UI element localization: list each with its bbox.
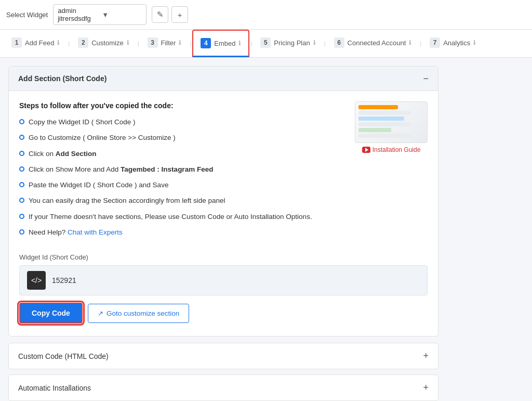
tab-filter[interactable]: 3 Filter ℹ bbox=[140, 30, 189, 57]
tab-add-feed[interactable]: 1 Add Feed ℹ bbox=[4, 30, 67, 57]
thumb-bar-blue bbox=[358, 117, 404, 121]
code-icon-box: </> bbox=[27, 271, 46, 290]
thumb-bar-light-2 bbox=[358, 122, 411, 126]
info-icon-1: ℹ bbox=[57, 39, 60, 46]
action-buttons: Copy Code ↗ Goto customize section bbox=[19, 303, 428, 324]
add-section-title: Add Section (Short Code) bbox=[18, 74, 107, 83]
step-item-2: Go to Customize ( Online Store >> Custom… bbox=[19, 133, 344, 143]
step-bullet-7 bbox=[19, 214, 24, 219]
tab-label-connected: Connected Account bbox=[348, 39, 406, 47]
tab-label-analytics: Analytics bbox=[443, 39, 470, 47]
step-text-4: Click on Show More and Add Tagembed : In… bbox=[29, 164, 213, 175]
step-bullet-4 bbox=[19, 166, 24, 172]
tab-num-4: 4 bbox=[201, 38, 211, 48]
thumb-bar-light-3 bbox=[358, 134, 411, 138]
thumb-inner bbox=[355, 102, 427, 143]
steps-with-image: Steps to follow after you've copied the … bbox=[19, 101, 428, 243]
step-item-7: If your Theme doesn't have sections, Ple… bbox=[19, 212, 344, 222]
add-section-card: Add Section (Short Code) − Steps to foll… bbox=[8, 66, 438, 337]
installation-guide: Installation Guide bbox=[355, 101, 428, 243]
youtube-icon bbox=[362, 147, 370, 153]
thumb-bar-green bbox=[358, 128, 391, 132]
step-item-4: Click on Show More and Add Tagembed : In… bbox=[19, 164, 344, 175]
widget-name: admin jitrersdsdfg bbox=[58, 7, 98, 22]
code-icon: </> bbox=[31, 276, 42, 284]
tab-label-embed: Embed bbox=[214, 40, 235, 47]
external-link-icon: ↗ bbox=[98, 309, 103, 317]
auto-install-expand-icon: + bbox=[423, 382, 429, 393]
steps-list: Steps to follow after you've copied the … bbox=[19, 101, 344, 243]
step-bullet-5 bbox=[19, 182, 24, 187]
custom-code-expand-icon: + bbox=[423, 351, 429, 361]
tab-analytics[interactable]: 7 Analytics ℹ bbox=[422, 30, 483, 57]
tab-connected-account[interactable]: 6 Connected Account ℹ bbox=[327, 30, 419, 57]
step-item-5: Paste the Widget ID ( Short Code ) and S… bbox=[19, 180, 344, 190]
chat-experts-link[interactable]: Chat with Experts bbox=[68, 228, 123, 236]
edit-widget-button[interactable]: ✎ bbox=[152, 6, 168, 23]
step-text-7: If your Theme doesn't have sections, Ple… bbox=[29, 212, 312, 222]
divider-6: | bbox=[419, 41, 422, 47]
step-bullet-6 bbox=[19, 198, 24, 203]
step-bullet-1 bbox=[19, 119, 24, 124]
tab-label-customize: Customize bbox=[91, 39, 123, 47]
tab-num-5: 5 bbox=[260, 37, 271, 48]
add-section-toggle[interactable]: − bbox=[423, 74, 429, 83]
chevron-down-icon: ▼ bbox=[102, 11, 142, 19]
installation-guide-link[interactable]: Installation Guide bbox=[362, 146, 421, 153]
auto-install-card: Automatic Installations + bbox=[8, 374, 438, 401]
auto-install-title: Automatic Installations bbox=[18, 384, 91, 392]
step-text-2: Go to Customize ( Online Store >> Custom… bbox=[29, 133, 176, 143]
tab-num-1: 1 bbox=[11, 37, 22, 48]
info-icon-4: ℹ bbox=[238, 40, 241, 47]
auto-install-header[interactable]: Automatic Installations + bbox=[9, 375, 438, 400]
widget-selector[interactable]: admin jitrersdsdfg ▼ bbox=[53, 4, 147, 25]
add-section-header: Add Section (Short Code) − bbox=[9, 67, 438, 91]
step-text-3: Click on Add Section bbox=[29, 149, 97, 159]
thumb-bar-light-1 bbox=[358, 111, 411, 115]
step-bullet-2 bbox=[19, 135, 24, 140]
step-text-8: Need Help? Chat with Experts bbox=[29, 227, 123, 238]
widget-id-section: Widget Id (Short Code) </> 152921 Copy C… bbox=[19, 253, 428, 324]
main-content: Add Section (Short Code) − Steps to foll… bbox=[0, 58, 447, 401]
tab-num-2: 2 bbox=[78, 37, 88, 48]
copy-code-button[interactable]: Copy Code bbox=[19, 303, 83, 324]
select-widget-label: Select Widget bbox=[6, 11, 48, 19]
thumb-bar-orange bbox=[358, 105, 398, 109]
tab-label-filter: Filter bbox=[161, 39, 176, 47]
custom-code-card: Custom Code (HTML Code) + bbox=[8, 343, 438, 369]
add-widget-button[interactable]: + bbox=[171, 6, 188, 23]
tab-num-3: 3 bbox=[148, 37, 158, 48]
tab-label-pricing: Pricing Plan bbox=[274, 39, 310, 47]
install-thumbnail bbox=[355, 101, 428, 143]
tab-label-add-feed: Add Feed bbox=[25, 39, 54, 47]
step-text-6: You can easily drag the Section accordin… bbox=[29, 196, 225, 206]
info-icon-7: ℹ bbox=[473, 39, 476, 46]
widget-id-box: </> 152921 bbox=[19, 265, 428, 295]
custom-code-header[interactable]: Custom Code (HTML Code) + bbox=[9, 343, 438, 369]
info-icon-6: ℹ bbox=[409, 39, 411, 46]
add-section-body: Steps to follow after you've copied the … bbox=[9, 91, 438, 336]
installation-guide-label: Installation Guide bbox=[373, 146, 421, 153]
step-text-1: Copy the Widget ID ( Short Code ) bbox=[29, 117, 136, 127]
top-bar-icons: ✎ + bbox=[152, 6, 188, 23]
goto-customize-label: Goto customize section bbox=[107, 309, 179, 317]
step-item-3: Click on Add Section bbox=[19, 149, 344, 159]
widget-id-label: Widget Id (Short Code) bbox=[19, 253, 428, 261]
goto-customize-button[interactable]: ↗ Goto customize section bbox=[88, 304, 189, 323]
top-bar: Select Widget admin jitrersdsdfg ▼ ✎ + bbox=[0, 0, 532, 30]
info-icon-2: ℹ bbox=[127, 39, 129, 46]
widget-id-value: 152921 bbox=[52, 276, 76, 284]
tab-num-6: 6 bbox=[334, 37, 344, 48]
tab-customize[interactable]: 2 Customize ℹ bbox=[71, 30, 136, 57]
tab-pricing-plan[interactable]: 5 Pricing Plan ℹ bbox=[253, 30, 323, 57]
step-bullet-8 bbox=[19, 229, 24, 235]
step-text-5: Paste the Widget ID ( Short Code ) and S… bbox=[29, 180, 168, 190]
info-icon-5: ℹ bbox=[313, 39, 316, 46]
divider-5: | bbox=[323, 41, 327, 47]
tab-num-7: 7 bbox=[430, 37, 440, 48]
step-item-6: You can easily drag the Section accordin… bbox=[19, 196, 344, 206]
step-item-1: Copy the Widget ID ( Short Code ) bbox=[19, 117, 344, 127]
steps-tabs: 1 Add Feed ℹ | 2 Customize ℹ | 3 Filter … bbox=[0, 30, 532, 58]
tab-embed[interactable]: 4 Embed ℹ bbox=[192, 30, 249, 57]
divider-1: | bbox=[67, 41, 71, 47]
